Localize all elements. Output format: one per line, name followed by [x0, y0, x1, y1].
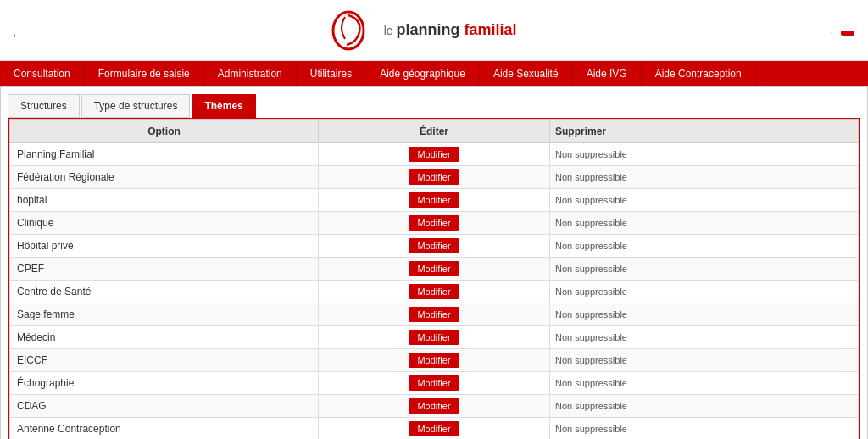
nav-item-aide-geographique[interactable]: Aide géographique [366, 61, 480, 86]
option-cell-7: Sage femme [10, 303, 319, 326]
logo-familial: familial [465, 21, 517, 38]
non-suppressible-label-9: Non suppressible [555, 355, 627, 365]
modifier-button-11[interactable]: Modifier [409, 398, 459, 414]
supprimer-cell-10: Non suppressible [550, 372, 859, 395]
supprimer-cell-8: Non suppressible [550, 326, 859, 349]
table-row: MédecinModifierNon suppressible [10, 326, 859, 349]
header: , le planning familial , [0, 0, 868, 61]
option-cell-3: Clinique [10, 212, 319, 235]
nav-item-aide-contraception[interactable]: Aide Contraception [642, 61, 756, 86]
edit-cell-1: Modifier [319, 166, 550, 189]
nav-item-utilitaires[interactable]: Utilitaires [297, 61, 366, 86]
table-row: CDAGModifierNon suppressible [10, 395, 859, 418]
edit-cell-0: Modifier [319, 143, 550, 166]
nav-item-aide-sexualite[interactable]: Aide Sexualité [480, 61, 573, 86]
non-suppressible-label-11: Non suppressible [555, 401, 627, 411]
option-cell-11: CDAG [10, 395, 319, 418]
edit-cell-7: Modifier [319, 303, 550, 326]
modifier-button-0[interactable]: Modifier [409, 147, 459, 162]
nav-item-administration[interactable]: Administration [204, 61, 297, 86]
edit-cell-2: Modifier [319, 189, 550, 212]
modifier-button-1[interactable]: Modifier [409, 169, 459, 185]
supprimer-cell-6: Non suppressible [550, 281, 859, 303]
modifier-button-7[interactable]: Modifier [409, 307, 459, 322]
non-suppressible-label-1: Non suppressible [555, 172, 627, 182]
non-suppressible-label-10: Non suppressible [555, 378, 627, 388]
edit-cell-5: Modifier [319, 258, 550, 281]
tab-type-structures[interactable]: Type de structures [81, 94, 191, 118]
table-row: ÉchographieModifierNon suppressible [10, 372, 859, 395]
non-suppressible-label-0: Non suppressible [555, 149, 627, 159]
supprimer-cell-11: Non suppressible [550, 395, 859, 418]
modifier-button-6[interactable]: Modifier [409, 284, 459, 299]
option-cell-6: Centre de Santé [10, 281, 319, 303]
supprimer-cell-9: Non suppressible [550, 349, 859, 372]
modifier-button-4[interactable]: Modifier [409, 238, 459, 253]
supprimer-cell-5: Non suppressible [550, 258, 859, 281]
col-editer: Éditer [319, 120, 550, 143]
edit-cell-11: Modifier [319, 395, 550, 418]
edit-cell-4: Modifier [319, 235, 550, 258]
option-cell-12: Antenne Contraception [10, 418, 319, 440]
non-suppressible-label-5: Non suppressible [555, 264, 627, 274]
modifier-button-3[interactable]: Modifier [409, 215, 459, 231]
header-right: , [831, 25, 854, 36]
non-suppressible-label-8: Non suppressible [555, 332, 627, 342]
option-cell-0: Planning Familial [10, 143, 319, 166]
modifier-button-9[interactable]: Modifier [409, 353, 459, 368]
logo-le: le [384, 24, 397, 37]
supprimer-cell-7: Non suppressible [550, 303, 859, 326]
modifier-button-5[interactable]: Modifier [409, 261, 459, 276]
table-row: Centre de SantéModifierNon suppressible [10, 281, 859, 303]
logo-planning: planning [397, 21, 465, 38]
col-supprimer: Supprimer [550, 120, 859, 143]
option-cell-2: hopital [10, 189, 319, 212]
tab-themes[interactable]: Thèmes [192, 94, 255, 118]
main-table-container: Option Éditer Supprimer Planning Familia… [8, 118, 860, 439]
tab-structures[interactable]: Structures [8, 94, 80, 118]
supprimer-cell-1: Non suppressible [550, 166, 859, 189]
main-nav: ConsultationFormulaire de saisieAdminist… [0, 61, 868, 86]
table-row: Antenne ContraceptionModifierNon suppres… [10, 418, 859, 440]
table-row: hopitalModifierNon suppressible [10, 189, 859, 212]
table-body: Planning FamilialModifierNon suppressibl… [10, 143, 859, 440]
modifier-button-8[interactable]: Modifier [409, 330, 459, 345]
logo-text: le planning familial [384, 21, 517, 39]
option-cell-4: Hôpital privé [10, 235, 319, 258]
tabs: StructuresType de structuresThèmes [8, 94, 860, 118]
nav-item-consultation[interactable]: Consultation [0, 61, 85, 86]
option-cell-9: EICCF [10, 349, 319, 372]
option-cell-8: Médecin [10, 326, 319, 349]
header-date: , [14, 27, 16, 37]
table-row: Sage femmeModifierNon suppressible [10, 303, 859, 326]
edit-cell-9: Modifier [319, 349, 550, 372]
edit-cell-12: Modifier [319, 418, 550, 440]
logo-icon [330, 7, 381, 53]
non-suppressible-label-2: Non suppressible [555, 195, 627, 205]
option-cell-10: Échographie [10, 372, 319, 395]
nav-item-aide-ivg[interactable]: Aide IVG [573, 61, 642, 86]
logo: le planning familial [330, 7, 516, 53]
supprimer-cell-12: Non suppressible [550, 418, 859, 440]
non-suppressible-label-12: Non suppressible [555, 424, 627, 434]
col-option: Option [10, 120, 319, 143]
table-row: Hôpital privéModifierNon suppressible [10, 235, 859, 258]
modifier-button-10[interactable]: Modifier [409, 375, 459, 391]
edit-cell-8: Modifier [319, 326, 550, 349]
edit-cell-10: Modifier [319, 372, 550, 395]
supprimer-cell-0: Non suppressible [550, 143, 859, 166]
modifier-button-2[interactable]: Modifier [409, 192, 459, 208]
table-header: Option Éditer Supprimer [10, 120, 859, 143]
supprimer-cell-3: Non suppressible [550, 212, 859, 235]
non-suppressible-label-3: Non suppressible [555, 218, 627, 228]
table-row: Fédération RégionaleModifierNon suppress… [10, 166, 859, 189]
table-row: CPEFModifierNon suppressible [10, 258, 859, 281]
content-area: StructuresType de structuresThèmes Optio… [0, 86, 868, 439]
nav-item-formulaire-saisie[interactable]: Formulaire de saisie [85, 61, 204, 86]
table-row: CliniqueModifierNon suppressible [10, 212, 859, 235]
deconnexion-button[interactable] [841, 31, 854, 36]
edit-cell-3: Modifier [319, 212, 550, 235]
options-table: Option Éditer Supprimer Planning Familia… [9, 119, 859, 439]
table-row: EICCFModifierNon suppressible [10, 349, 859, 372]
modifier-button-12[interactable]: Modifier [409, 421, 459, 436]
